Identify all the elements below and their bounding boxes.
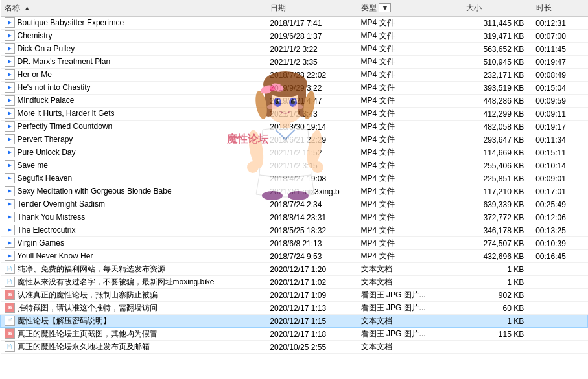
file-date: 2018/7/24 2:34 — [266, 198, 357, 211]
file-duration: 00:13:25 — [532, 224, 587, 237]
file-type: MP4 文件 — [357, 108, 462, 121]
file-name: ▶Chemistry — [1, 30, 266, 43]
file-size: 1 KB — [462, 315, 532, 328]
file-name: 🖼推特截图，请认准这个推特，需翻墙访问 — [1, 302, 266, 315]
file-size: 639,339 KB — [462, 198, 532, 211]
table-row[interactable]: ▶Virgin Games 2018/6/8 21:13 MP4 文件 274,… — [1, 237, 588, 250]
file-duration — [532, 289, 587, 302]
file-size: 482,058 KB — [462, 121, 532, 133]
table-row[interactable]: ▶Mindfuck Palace 2019/7/21 4:47 MP4 文件 4… — [1, 95, 588, 108]
mp4-icon: ▶ — [5, 121, 15, 132]
table-row[interactable]: ▶Boutique Babysitter Experirnce 2018/1/1… — [1, 17, 588, 30]
file-size: 346,178 KB — [462, 224, 532, 237]
file-date: 2020/12/17 1:02 — [266, 276, 357, 289]
file-type: MP4 文件 — [357, 95, 462, 108]
file-type: MP4 文件 — [357, 133, 462, 146]
file-duration: 00:25:49 — [532, 198, 587, 211]
file-name: ▶DR. Marx's Treatment Plan — [1, 56, 266, 69]
table-row[interactable]: ▶Save me 2021/1/2 3:15 MP4 文件 255,406 KB… — [1, 159, 588, 172]
file-duration — [532, 315, 587, 328]
table-row[interactable]: ▶Perfectly Timed Countdown 2018/3/30 19:… — [1, 121, 588, 133]
table-row[interactable]: ▶Chemistry 2019/6/28 1:37 MP4 文件 319,471… — [1, 30, 588, 43]
sort-arrow-name: ▲ — [24, 5, 30, 12]
mp4-icon: ▶ — [5, 238, 15, 248]
col-size-header[interactable]: 大小 — [462, 0, 532, 17]
file-size: 232,171 KB — [462, 69, 532, 82]
file-name: ▶Segufix Heaven — [1, 172, 266, 185]
file-size: 902 KB — [462, 289, 532, 302]
col-type-header[interactable]: 类型 ▼ — [357, 0, 462, 17]
table-row[interactable]: ▶Segufix Heaven 2018/4/27 19:08 MP4 文件 2… — [1, 172, 588, 185]
file-duration: 00:09:11 — [532, 108, 587, 121]
file-duration — [532, 341, 587, 354]
file-name: ▶He's not into Chastity — [1, 82, 266, 95]
table-row[interactable]: 📄魔性论坛【解压密码说明】 2020/12/17 1:15 文本文档 1 KB — [1, 315, 588, 328]
file-name: 🖼认准真正的魔性论坛，抵制山寨防止被骗 — [1, 289, 266, 302]
mp4-icon: ▶ — [5, 108, 15, 119]
table-row[interactable]: ▶Youll Never Know Her 2018/7/24 9:53 MP4… — [1, 250, 588, 263]
file-type: 看图王 JPG 图片... — [357, 328, 462, 341]
file-duration — [532, 263, 587, 276]
file-type: MP4 文件 — [357, 56, 462, 69]
table-row[interactable]: 🖼认准真正的魔性论坛，抵制山寨防止被骗 2020/12/17 1:09 看图王 … — [1, 289, 588, 302]
table-row[interactable]: 🖼真正的魔性论坛主页截图，其他均为假冒 2020/12/17 1:18 看图王 … — [1, 328, 588, 341]
mp4-icon: ▶ — [5, 69, 15, 80]
mp4-icon: ▶ — [5, 43, 15, 54]
file-name: ▶Tender Overnight Sadism — [1, 198, 266, 211]
file-name: 🖼真正的魔性论坛主页截图，其他均为假冒 — [1, 328, 266, 341]
file-date: 2018/8/14 23:31 — [266, 211, 357, 224]
file-size: 293,647 KB — [462, 133, 532, 146]
col-duration-header[interactable]: 时长 — [532, 0, 587, 17]
file-type: MP4 文件 — [357, 198, 462, 211]
file-date: 2018/5/25 18:32 — [266, 224, 357, 237]
file-size: 255,406 KB — [462, 159, 532, 172]
table-row[interactable]: ▶Tender Overnight Sadism 2018/7/24 2:34 … — [1, 198, 588, 211]
file-duration: 00:07:00 — [532, 30, 587, 43]
table-row[interactable]: ▶More it Hurts, Harder it Gets 2021/1/2 … — [1, 108, 588, 121]
mp4-icon: ▶ — [5, 225, 15, 235]
file-size: 274,507 KB — [462, 237, 532, 250]
file-type: MP4 文件 — [357, 185, 462, 198]
table-row[interactable]: ▶Pure Unlock Day 2021/1/2 11:52 MP4 文件 1… — [1, 146, 588, 159]
table-row[interactable]: ▶He's not into Chastity 2019/9/29 3:22 M… — [1, 82, 588, 95]
jpg-icon: 🖼 — [5, 303, 15, 313]
file-name: ▶Thank You Mistress — [1, 211, 266, 224]
table-row[interactable]: 📄纯净、免费的福利网站，每天精选发布资源 2020/12/17 1:20 文本文… — [1, 263, 588, 276]
table-row[interactable]: 📄魔性从来没有改过名字，不要被骗，最新网址moxing.bike 2020/12… — [1, 276, 588, 289]
table-row[interactable]: ▶DR. Marx's Treatment Plan 2021/1/2 3:35… — [1, 56, 588, 69]
table-row[interactable]: ▶The Electrocutrix 2018/5/25 18:32 MP4 文… — [1, 224, 588, 237]
file-name: ▶Pure Unlock Day — [1, 146, 266, 159]
file-type: 文本文档 — [357, 341, 462, 354]
file-date: 2019/6/28 1:37 — [266, 30, 357, 43]
file-type: MP4 文件 — [357, 211, 462, 224]
file-duration: 00:11:45 — [532, 43, 587, 56]
mp4-icon: ▶ — [5, 134, 15, 144]
file-date: 2021/1/2 3:35 — [266, 56, 357, 69]
table-row[interactable]: ▶Sexy Meditation with Gorgeous Blonde Ba… — [1, 185, 588, 198]
file-duration: 00:09:01 — [532, 172, 587, 185]
table-row[interactable]: ▶Thank You Mistress 2018/8/14 23:31 MP4 … — [1, 211, 588, 224]
file-name: 📄魔性从来没有改过名字，不要被骗，最新网址moxing.bike — [1, 276, 266, 289]
file-type: MP4 文件 — [357, 224, 462, 237]
table-row[interactable]: ▶Pervert Therapy 2019/6/21 22:29 MP4 文件 … — [1, 133, 588, 146]
col-date-header[interactable]: 日期 — [266, 0, 357, 17]
table-row[interactable]: 🖼推特截图，请认准这个推特，需翻墙访问 2020/12/17 1:13 看图王 … — [1, 302, 588, 315]
file-size — [462, 341, 532, 354]
file-date: 2019/6/21 22:29 — [266, 133, 357, 146]
col-name-header[interactable]: 名称 ▲ — [1, 0, 266, 17]
mp4-icon: ▶ — [5, 17, 15, 28]
table-row[interactable]: 📄真正的魔性论坛永久地址发布页及邮箱 2020/10/25 2:55 文本文档 — [1, 341, 588, 354]
file-date: 2019/7/21 4:47 — [266, 95, 357, 108]
file-duration: 00:15:11 — [532, 146, 587, 159]
file-type: MP4 文件 — [357, 69, 462, 82]
file-size: 1 KB — [462, 276, 532, 289]
table-row[interactable]: ▶Dick On a Pulley 2021/1/2 3:22 MP4 文件 5… — [1, 43, 588, 56]
file-size: 412,299 KB — [462, 108, 532, 121]
file-name: 📄纯净、免费的福利网站，每天精选发布资源 — [1, 263, 266, 276]
file-duration: 00:11:34 — [532, 133, 587, 146]
table-row[interactable]: ▶Her or Me 2018/7/28 22:02 MP4 文件 232,17… — [1, 69, 588, 82]
file-size: 319,471 KB — [462, 30, 532, 43]
file-duration: 00:09:59 — [532, 95, 587, 108]
type-filter-dropdown[interactable]: ▼ — [379, 3, 391, 12]
mp4-icon: ▶ — [5, 82, 15, 93]
